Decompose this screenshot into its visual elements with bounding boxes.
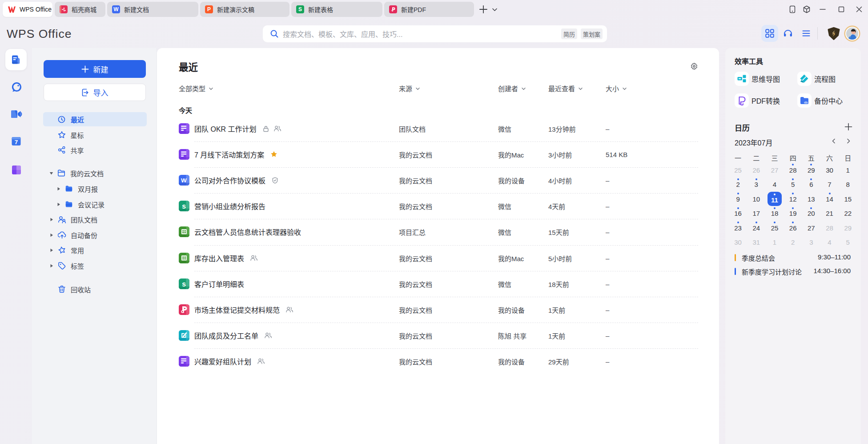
svg-text:WPS Office: WPS Office (7, 27, 72, 40)
svg-text:W: W (181, 177, 187, 184)
svg-text:s: s (182, 202, 186, 210)
svg-text:7: 7 (15, 139, 18, 145)
svg-text:s: s (182, 280, 186, 288)
